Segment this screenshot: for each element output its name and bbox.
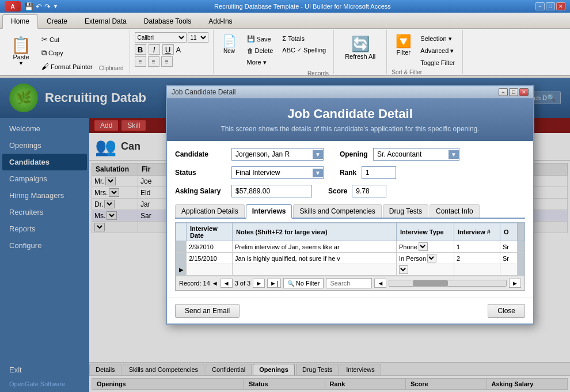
interview-new-row[interactable]: ▶ ▼	[176, 264, 525, 276]
align-right-button[interactable]: ≡	[161, 56, 173, 67]
type-2: In Person	[399, 255, 426, 262]
quick-access-dropdown[interactable]: ▼	[53, 3, 58, 9]
maximize-button[interactable]: □	[546, 2, 555, 10]
send-email-button[interactable]: Send an Email	[175, 304, 240, 318]
search-input[interactable]	[326, 278, 372, 288]
text-format-group: Calibri 11 B I U A ≡ ≡ ≡	[130, 30, 214, 74]
save-record-button[interactable]: 💾Save	[244, 33, 276, 44]
status-row: Status ▼ Rank	[175, 166, 525, 179]
modal-tabs: Application Details Interviews Skills an…	[175, 204, 525, 219]
align-left-button[interactable]: ≡	[135, 56, 146, 67]
asking-salary-input[interactable]	[231, 185, 312, 197]
modal-minimize-btn[interactable]: −	[499, 88, 508, 96]
modal-dialog: Job Candidate Detail − □ ✕ Job Candidate…	[166, 85, 534, 325]
modal-footer: Send an Email Close	[167, 298, 533, 324]
opening-select-wrapper[interactable]: ▼	[373, 148, 459, 161]
tab-database-tools[interactable]: Database Tools	[135, 14, 200, 28]
clipboard-label: Clipboard	[97, 64, 126, 73]
tab-drug-tests[interactable]: Drug Tests	[383, 204, 428, 218]
record-info: Record: 14 ◄	[179, 280, 218, 287]
candidate-dropdown-arrow[interactable]: ▼	[313, 150, 323, 159]
nav-next-btn[interactable]: ►	[253, 279, 265, 288]
copy-button[interactable]: ⧉ Copy	[39, 47, 96, 59]
minimize-button[interactable]: −	[535, 2, 545, 10]
tab-application-details[interactable]: Application Details	[175, 204, 245, 218]
th-type: Interview Type	[397, 223, 454, 241]
score-input[interactable]	[352, 185, 386, 197]
type-2-select[interactable]: ▼	[427, 254, 436, 262]
tab-home[interactable]: Home	[2, 14, 38, 29]
selection-button[interactable]: Selection ▾	[417, 33, 458, 44]
totals-button[interactable]: ΣTotals	[279, 33, 329, 44]
window-titlebar: A 💾 ↶ ↷ ▼ Recruiting Database Template -…	[0, 0, 570, 13]
status-label: Status	[175, 169, 227, 177]
more-button[interactable]: More ▾	[244, 57, 276, 68]
candidate-label: Candidate	[175, 150, 227, 158]
salary-row: Asking Salary Score	[175, 185, 525, 197]
quick-save-icon[interactable]: 💾	[24, 2, 33, 11]
clipboard-group: 📋 Paste ▼ ✂ Cut ⧉ Copy 🖌 Format Painter …	[1, 30, 130, 74]
interview-row-2[interactable]: 2/15/2010 Jan is highly qualified, not s…	[176, 253, 525, 264]
spelling-button[interactable]: ABC✓Spelling	[279, 45, 329, 55]
delete-record-button[interactable]: 🗑Delete	[244, 45, 276, 56]
modal-header: Job Candidate Detail This screen shows t…	[167, 98, 533, 141]
th-interview-date: Interview Date	[187, 223, 233, 241]
align-center-button[interactable]: ≡	[148, 56, 159, 67]
modal-maximize-btn[interactable]: □	[509, 88, 518, 96]
status-input[interactable]	[232, 167, 313, 178]
interview-table: Interview Date Notes (Shift+F2 for large…	[176, 223, 525, 276]
refresh-group: 🔄 Refresh All	[334, 30, 387, 74]
candidate-select-wrapper[interactable]: ▼	[231, 148, 324, 161]
status-dropdown-arrow[interactable]: ▼	[313, 169, 323, 177]
ribbon-content: 📋 Paste ▼ ✂ Cut ⧉ Copy 🖌 Format Painter …	[0, 29, 570, 76]
advanced-button[interactable]: Advanced ▾	[417, 45, 458, 56]
font-color-button[interactable]: A	[176, 45, 181, 54]
filter-button[interactable]: 🔽 Filter	[392, 32, 415, 68]
interview-row-1[interactable]: 2/9/2010 Prelim interview of Jan, seems …	[176, 241, 525, 253]
record-nav: Record: 14 ◄ ◄ 3 of 3 ► ►| 🔍 No Filter ◄…	[175, 276, 525, 291]
modal-close-btn[interactable]: ✕	[519, 88, 529, 96]
no-filter-badge: 🔍 No Filter	[283, 278, 324, 288]
font-select[interactable]: Calibri	[135, 32, 187, 43]
font-size-select[interactable]: 11	[188, 32, 208, 43]
notes-1: Prelim interview of Jan, seems like ar	[233, 241, 397, 253]
close-button[interactable]: ✕	[556, 2, 565, 10]
clipboard-small-buttons: ✂ Cut ⧉ Copy 🖌 Format Painter	[39, 31, 96, 73]
scroll-left-btn[interactable]: ◄	[374, 279, 386, 288]
paste-button[interactable]: 📋 Paste ▼	[5, 31, 37, 73]
date-2: 2/15/2010	[187, 253, 233, 264]
nav-prev-btn[interactable]: ◄	[221, 279, 233, 288]
rank-input[interactable]	[362, 166, 396, 179]
horizontal-scrollbar[interactable]	[389, 280, 507, 287]
tab-create[interactable]: Create	[38, 14, 76, 28]
refresh-all-button[interactable]: 🔄 Refresh All	[340, 32, 381, 63]
type-new-select[interactable]: ▼	[399, 265, 408, 274]
toggle-filter-button[interactable]: Toggle Filter	[417, 58, 458, 68]
scroll-right-btn[interactable]: ►	[509, 279, 521, 288]
tab-interviews[interactable]: Interviews	[246, 204, 292, 219]
type-1: Phone	[399, 243, 417, 250]
cut-button[interactable]: ✂ Cut	[39, 33, 96, 45]
sort-filter-group: 🔽 Filter Selection ▾ Advanced ▾ Toggle F…	[387, 30, 463, 74]
underline-button[interactable]: U	[162, 44, 174, 55]
tab-external-data[interactable]: External Data	[76, 14, 135, 28]
asking-salary-label: Asking Salary	[175, 187, 227, 195]
close-button[interactable]: Close	[488, 304, 525, 318]
tab-addins[interactable]: Add-Ins	[200, 14, 241, 28]
type-1-select[interactable]: ▼	[419, 242, 428, 251]
office-button[interactable]: A	[5, 1, 21, 12]
interview-table-container: Interview Date Notes (Shift+F2 for large…	[175, 222, 525, 276]
tab-skills-competencies[interactable]: Skills and Competencies	[293, 204, 381, 218]
candidate-input[interactable]	[232, 149, 313, 160]
tab-contact-info[interactable]: Contact Info	[430, 204, 480, 218]
opening-input[interactable]	[374, 149, 449, 160]
opening-dropdown-arrow[interactable]: ▼	[449, 150, 459, 159]
format-painter-button[interactable]: 🖌 Format Painter	[39, 60, 96, 73]
quick-redo-icon[interactable]: ↷	[44, 2, 51, 11]
nav-last-btn[interactable]: ►|	[267, 279, 281, 288]
new-record-button[interactable]: 📄 New	[218, 32, 241, 68]
status-select-wrapper[interactable]: ▼	[231, 166, 324, 179]
italic-button[interactable]: I	[149, 44, 160, 55]
bold-button[interactable]: B	[135, 44, 146, 55]
quick-undo-icon[interactable]: ↶	[36, 2, 42, 11]
